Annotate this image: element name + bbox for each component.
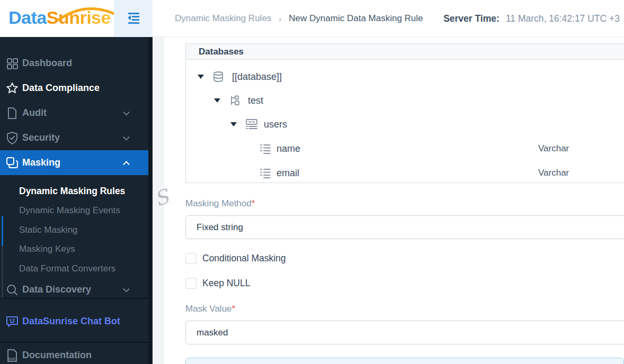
required-asterisk: * <box>252 198 255 208</box>
server-time: Server Time: 11 March, 16:42:17 UTC +3 <box>443 0 620 37</box>
star-icon <box>5 81 19 95</box>
table-icon <box>245 119 257 130</box>
submenu-dynamic-masking-rules[interactable]: Dynamic Masking Rules <box>19 186 125 197</box>
caret-down-icon[interactable] <box>198 75 204 79</box>
tree-label[interactable]: email <box>277 167 299 178</box>
sidebar-item-security[interactable]: Security <box>0 125 153 150</box>
tree-row-database[interactable]: [[database]] <box>186 65 624 88</box>
submenu-data-format-converters[interactable]: Data Format Converters <box>19 263 115 274</box>
tree-label[interactable]: name <box>277 143 300 154</box>
tree-label[interactable]: test <box>248 95 263 106</box>
sidebar-item-dashboard[interactable]: Dashboard <box>0 51 153 76</box>
server-time-value: 11 March, 16:42:17 UTC +3 <box>506 13 620 24</box>
top-header: DataSunrise Dynamic Masking Rules › New … <box>0 0 624 37</box>
required-asterisk: * <box>232 304 236 314</box>
chevron-up-icon <box>123 161 130 168</box>
svg-text:DOC: DOC <box>8 357 16 361</box>
submenu-static-masking[interactable]: Static Masking <box>19 225 78 235</box>
tree-label[interactable]: users <box>264 119 287 130</box>
sidebar-item-label: Data Discovery <box>22 284 91 295</box>
tree-row-table[interactable]: users <box>186 112 624 136</box>
document-icon <box>5 106 19 120</box>
sidebar-collapse-icon <box>123 8 144 29</box>
info-box <box>185 358 624 364</box>
sidebar-item-label: Masking <box>22 157 60 168</box>
masking-method-select[interactable] <box>185 215 624 239</box>
mask-value-label: Mask Value* <box>185 304 235 314</box>
keep-null-checkbox[interactable] <box>185 278 197 289</box>
datasunrise-logo[interactable]: DataSunrise <box>8 7 111 28</box>
tree-row-column[interactable]: email Varchar <box>186 161 624 185</box>
sidebar-item-label: Audit <box>22 107 47 119</box>
submenu-masking-keys[interactable]: Masking Keys <box>19 244 75 254</box>
sidebar-item-label: DataSunrise Chat Bot <box>22 316 120 327</box>
server-time-label: Server Time: <box>443 13 500 24</box>
mask-value-input[interactable] <box>185 321 624 344</box>
checkbox-label: Conditional Masking <box>202 253 286 264</box>
datasunrise-app: DataSunrise Dynamic Masking Rules › New … <box>0 0 624 364</box>
tree-row-column[interactable]: name Varchar <box>186 136 624 160</box>
keep-null-checkbox-row[interactable]: Keep NULL <box>185 278 250 289</box>
conditional-masking-checkbox-row[interactable]: Conditional Masking <box>185 253 286 264</box>
sidebar-item-label: Documentation <box>22 350 92 361</box>
column-type: Varchar <box>538 143 569 154</box>
masking-method-label: Masking Method* <box>185 198 255 209</box>
column-icon <box>260 167 271 179</box>
logo-text-data: Data <box>8 7 47 28</box>
databases-panel: Databases [[database]] <box>185 43 624 183</box>
databases-panel-header: Databases <box>186 44 624 60</box>
sidebar-item-masking[interactable]: Masking <box>0 150 153 175</box>
sidebar-item-label: Security <box>22 132 60 143</box>
schema-icon <box>229 95 240 106</box>
sidebar-item-label: Dashboard <box>22 58 72 69</box>
doc-file-icon: DOC <box>5 349 19 362</box>
chevron-down-icon <box>123 285 130 292</box>
conditional-masking-checkbox[interactable] <box>185 253 197 264</box>
sidebar-item-data-discovery[interactable]: Data Discovery <box>0 277 153 298</box>
sidebar-collapse-button[interactable] <box>114 0 153 37</box>
column-icon <box>260 143 271 154</box>
dashboard-grid-icon <box>5 57 19 70</box>
sidebar-item-chat-bot[interactable]: DataSunrise Chat Bot <box>0 309 153 334</box>
breadcrumb-separator: › <box>279 14 281 23</box>
chevron-down-icon <box>123 108 130 115</box>
sidebar-scrollbar[interactable] <box>148 37 153 364</box>
tree-row-schema[interactable]: test <box>186 88 624 112</box>
checkbox-label: Keep NULL <box>202 278 250 289</box>
caret-down-icon[interactable] <box>230 122 237 126</box>
tree-label[interactable]: [[database]] <box>232 71 282 82</box>
sidebar-scroll-area: Dashboard Data Compliance Audit <box>0 37 153 298</box>
main-content: S Databases [[database]] <box>153 37 624 364</box>
chevron-down-icon <box>123 133 130 140</box>
sidebar: Dashboard Data Compliance Audit <box>0 37 153 364</box>
chat-bot-icon <box>5 315 19 329</box>
databases-panel-title: Databases <box>199 47 244 57</box>
sidebar-item-data-compliance[interactable]: Data Compliance <box>0 76 153 101</box>
mask-value-label-text: Mask Value <box>185 304 232 314</box>
column-type: Varchar <box>538 168 569 178</box>
masking-method-label-text: Masking Method <box>185 198 252 208</box>
sidebar-item-audit[interactable]: Audit <box>0 101 153 125</box>
database-icon <box>212 71 224 83</box>
caret-down-icon[interactable] <box>214 98 220 103</box>
submenu-dynamic-masking-events[interactable]: Dynamic Masking Events <box>19 205 120 216</box>
breadcrumb-parent-link[interactable]: Dynamic Masking Rules <box>175 13 271 24</box>
sidebar-item-label: Data Compliance <box>22 83 100 94</box>
sidebar-divider <box>0 298 153 299</box>
breadcrumb: Dynamic Masking Rules › New Dynamic Data… <box>175 0 423 37</box>
shield-check-icon <box>5 131 19 145</box>
mask-icon <box>5 156 19 170</box>
sidebar-item-documentation[interactable]: DOC Documentation <box>0 343 153 364</box>
submenu-active-indicator <box>2 216 3 246</box>
magnifier-icon <box>5 283 19 297</box>
breadcrumb-current: New Dynamic Data Masking Rule <box>289 13 423 24</box>
